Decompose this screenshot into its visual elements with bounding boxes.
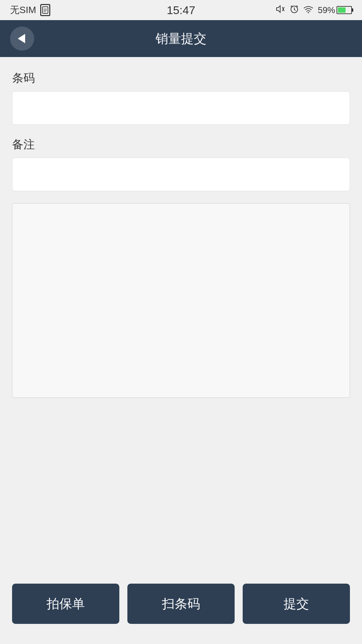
back-arrow-icon xyxy=(18,34,25,43)
battery-indicator: 59% xyxy=(318,5,352,15)
status-time: 15:47 xyxy=(167,4,195,17)
notes-input[interactable] xyxy=(12,158,350,191)
large-textarea[interactable] xyxy=(12,203,350,398)
notes-label: 备注 xyxy=(12,137,350,152)
status-right: 59% xyxy=(276,4,352,16)
app-bar: 销量提交 xyxy=(0,20,362,57)
photo-button-label: 拍保单 xyxy=(47,595,85,612)
status-bar: 无SIM 15:47 xyxy=(0,0,362,20)
back-button[interactable] xyxy=(10,26,34,51)
svg-rect-0 xyxy=(43,7,48,13)
scan-button-label: 扫条码 xyxy=(162,595,200,612)
main-content: 条码 备注 xyxy=(0,57,362,570)
battery-icon xyxy=(337,6,352,14)
scan-button[interactable]: 扫条码 xyxy=(127,584,235,624)
barcode-input[interactable] xyxy=(12,91,350,125)
bottom-buttons: 拍保单 扫条码 提交 xyxy=(0,570,362,644)
alarm-icon xyxy=(290,4,299,16)
submit-button-label: 提交 xyxy=(284,595,309,612)
barcode-label: 条码 xyxy=(12,70,350,86)
battery-fill xyxy=(338,7,346,13)
sim-icon xyxy=(40,4,50,16)
status-left: 无SIM xyxy=(10,4,50,16)
photo-button[interactable]: 拍保单 xyxy=(12,584,119,624)
carrier-text: 无SIM xyxy=(10,4,36,16)
battery-text: 59% xyxy=(318,5,335,15)
submit-button[interactable]: 提交 xyxy=(243,584,350,624)
mute-icon xyxy=(276,4,285,16)
svg-point-4 xyxy=(308,12,309,13)
page-title: 销量提交 xyxy=(156,30,206,47)
wifi-icon xyxy=(304,5,313,15)
